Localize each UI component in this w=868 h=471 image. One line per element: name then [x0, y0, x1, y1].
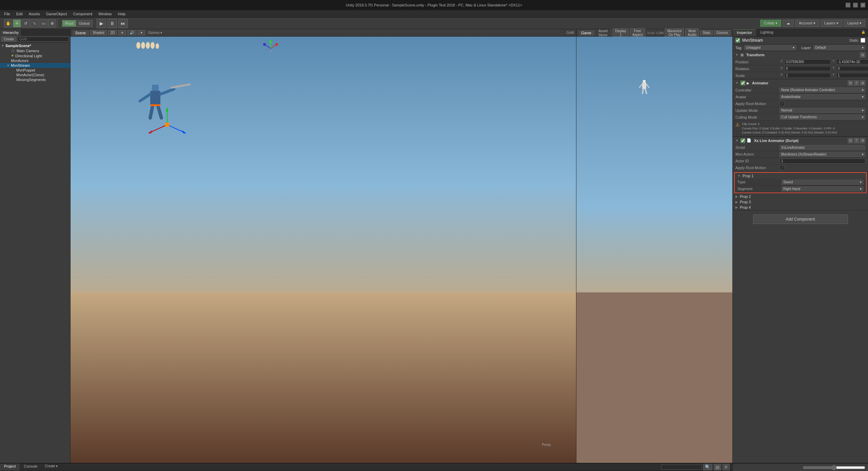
rot-y-field[interactable]	[836, 66, 868, 71]
controller-dropdown[interactable]: None (Runtime Animator Controller) ▾	[780, 87, 865, 93]
animator-settings-button[interactable]: ⚙	[860, 80, 865, 86]
rotate-tool[interactable]: ↺	[22, 19, 30, 27]
shaded-button[interactable]: Shaded	[90, 30, 106, 35]
animator-expand-button[interactable]: ⧉	[848, 80, 853, 86]
game-gizmos-button[interactable]: Gizmos	[714, 30, 730, 35]
transform-settings-button[interactable]: ⚙	[860, 52, 865, 58]
scene-viewport[interactable]: Y Persp	[71, 37, 576, 463]
scale-x-field[interactable]	[784, 73, 831, 78]
maximize-on-play-button[interactable]: Maximize On Play	[665, 28, 684, 37]
script-field[interactable]: XsLiveAnimator	[780, 145, 865, 150]
asset-store-tab[interactable]: Asset Store	[596, 28, 611, 38]
stats-button[interactable]: Stats	[700, 30, 713, 35]
apply-root-motion-checkbox[interactable]	[780, 101, 784, 106]
animator-help-button[interactable]: ?	[854, 80, 859, 86]
menu-gameobject[interactable]: GameObject	[43, 11, 70, 17]
xs-settings-button[interactable]: ⚙	[860, 138, 865, 143]
project-search-input[interactable]	[661, 465, 702, 470]
prop2-section[interactable]: ▶ Prop 2	[733, 194, 868, 199]
tag-dropdown[interactable]: Untagged ▾	[744, 45, 796, 50]
menu-file[interactable]: File	[1, 11, 13, 17]
project-create-button[interactable]: Create ▾	[43, 464, 60, 471]
lighting-tab[interactable]: Lighting	[756, 29, 777, 36]
xs-expand-button[interactable]: ⧉	[848, 138, 853, 143]
object-active-checkbox[interactable]	[735, 38, 740, 43]
play-button[interactable]: ▶	[97, 19, 106, 28]
project-tab[interactable]: Project	[0, 464, 20, 471]
game-tab[interactable]: Game	[578, 30, 594, 36]
update-mode-dropdown[interactable]: Normal ▾	[780, 108, 865, 113]
hierarchy-item-mvnpuppet[interactable]: MvnPuppet	[0, 68, 70, 73]
menu-component[interactable]: Component	[70, 11, 95, 17]
object-name-field[interactable]: MvnStream	[742, 38, 847, 43]
hierarchy-item-samplescene[interactable]: ▼ SampleScene*	[0, 43, 70, 48]
scene-fx-btn[interactable]: ✦	[138, 30, 145, 35]
step-button[interactable]: ⏭	[118, 19, 128, 28]
hierarchy-search-input[interactable]	[18, 37, 69, 42]
move-tool[interactable]: ✛	[13, 19, 21, 27]
xs-active-checkbox[interactable]	[741, 138, 745, 143]
scale-tool[interactable]: ⤡	[31, 19, 39, 27]
inspector-lock-icon[interactable]: 🔒	[859, 29, 868, 36]
animator-active-checkbox[interactable]	[741, 81, 745, 85]
2d-button[interactable]: 2D	[108, 30, 117, 35]
transform-header[interactable]: ▼ ⊞ Transform ⚙	[733, 51, 868, 59]
hand-tool[interactable]: ✋	[4, 19, 12, 27]
hierarchy-item-main-camera[interactable]: 🎥 Main Camera	[0, 48, 70, 53]
culling-mode-dropdown[interactable]: Cull Update Transforms ▾	[780, 115, 865, 120]
hierarchy-create-button[interactable]: Create	[1, 37, 16, 42]
rot-x-field[interactable]	[784, 66, 831, 71]
mute-audio-button[interactable]: Mute Audio	[685, 28, 699, 37]
menu-help[interactable]: Help	[115, 11, 128, 17]
rect-tool[interactable]: ▭	[39, 19, 47, 27]
actor-id-field[interactable]	[780, 159, 865, 164]
hierarchy-item-directional-light[interactable]: ☀ Directional Light	[0, 53, 70, 58]
cloud-button[interactable]: ☁	[783, 20, 794, 27]
aspect-button[interactable]: Free Aspect	[630, 28, 645, 37]
menu-edit[interactable]: Edit	[14, 11, 25, 17]
animator-header[interactable]: ▼ ▶ Animator ⧉ ? ⚙	[733, 79, 868, 87]
game-viewport[interactable]	[576, 37, 732, 463]
xs-help-button[interactable]: ?	[854, 138, 859, 143]
pos-y-field[interactable]	[836, 59, 868, 64]
xs-apply-root-motion-checkbox[interactable]	[780, 165, 784, 170]
project-close-button[interactable]: ✕	[723, 464, 730, 470]
minimize-button[interactable]: ─	[846, 3, 850, 7]
account-button[interactable]: Account ▾	[795, 20, 819, 27]
mvn-actors-dropdown[interactable]: MvnActors (XsStreamReader) ▾	[780, 152, 865, 157]
prop3-section[interactable]: ▶ Prop 3	[733, 199, 868, 205]
scale-y-field[interactable]	[836, 73, 868, 78]
hierarchy-item-mvnactors[interactable]: MvnActors	[0, 58, 70, 63]
pivot-button[interactable]: Pivot	[62, 20, 76, 26]
scene-lighting-btn[interactable]: ☀	[118, 30, 126, 35]
layout-button[interactable]: Layout ▾	[844, 20, 865, 27]
prop1-header[interactable]: ▼ Prop 1	[735, 173, 866, 179]
add-component-button[interactable]: Add Component	[753, 214, 848, 224]
xs-live-animator-header[interactable]: ▼ 📄 Xs Live Animator (Script) ⧉ ? ⚙	[733, 137, 868, 144]
pause-button[interactable]: ⏸	[107, 19, 117, 28]
layers-button[interactable]: Layers ▾	[821, 20, 842, 27]
display-button[interactable]: Display 1	[613, 28, 629, 37]
menu-window[interactable]: Window	[96, 11, 114, 17]
layer-dropdown[interactable]: Default ▾	[813, 45, 865, 50]
close-button[interactable]: ✕	[861, 3, 865, 7]
hierarchy-tab[interactable]: Hierarchy	[0, 29, 22, 36]
project-filter-button[interactable]: ▤	[714, 464, 721, 470]
collab-button[interactable]: Collab ▾	[760, 20, 781, 27]
scene-tab[interactable]: Scene	[73, 30, 89, 36]
prop4-section[interactable]: ▶ Prop 4	[733, 205, 868, 210]
hierarchy-item-missingsegments[interactable]: MissingSegments	[0, 77, 70, 82]
global-button[interactable]: Global	[76, 20, 92, 26]
pos-x-field[interactable]	[784, 59, 831, 64]
project-search-button[interactable]: 🔍	[703, 464, 712, 470]
hierarchy-item-mvnactor-clone[interactable]: MvnActor(Clone)	[0, 73, 70, 77]
prop1-type-dropdown[interactable]: Sword ▾	[782, 180, 863, 185]
static-checkbox[interactable]	[861, 38, 865, 43]
hierarchy-item-mvnstream[interactable]: ▼ MvnStream	[0, 63, 70, 68]
menu-assets[interactable]: Assets	[26, 11, 43, 17]
prop1-segment-dropdown[interactable]: Right Hand ▾	[782, 186, 863, 191]
inspector-tab[interactable]: Inspector	[733, 29, 756, 36]
maximize-button[interactable]: □	[853, 3, 858, 7]
avatar-dropdown[interactable]: AvatarAvatar ▾	[780, 94, 865, 99]
transform-tool[interactable]: ⊕	[48, 19, 56, 27]
